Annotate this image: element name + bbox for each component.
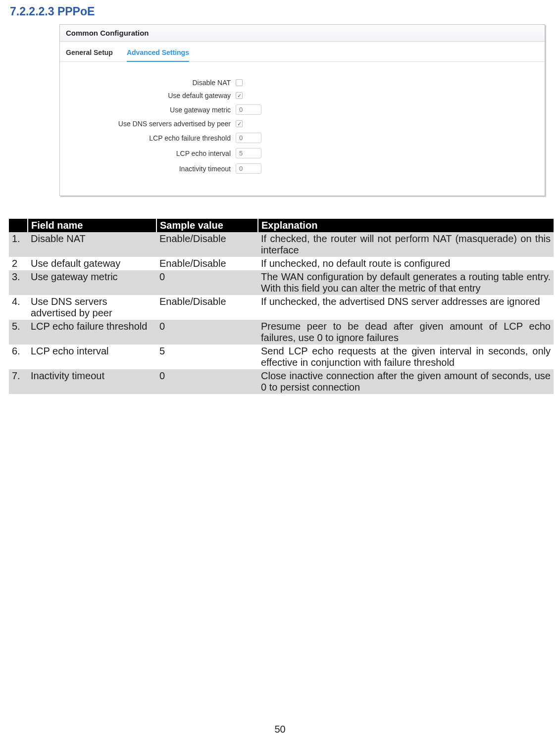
form-row: Use gateway metric0 <box>70 104 535 115</box>
table-cell-val: Enable/Disable <box>156 232 258 257</box>
table-cell-name: LCP echo failure threshold <box>28 320 156 345</box>
text-input[interactable]: 0 <box>236 163 261 174</box>
form-row: Use default gateway✓ <box>70 92 535 99</box>
tab-bar: General Setup Advanced Settings <box>60 42 545 62</box>
table-cell-val: 0 <box>156 270 258 295</box>
table-cell-exp: If unchecked, the advertised DNS server … <box>258 295 554 320</box>
text-input[interactable]: 0 <box>236 104 261 115</box>
form-label: Use default gateway <box>70 92 231 99</box>
table-row: 5.LCP echo failure threshold0Presume pee… <box>9 320 554 345</box>
checkbox-input[interactable] <box>236 79 243 86</box>
checkbox-input[interactable]: ✓ <box>236 92 243 99</box>
table-cell-num: 6. <box>9 345 28 369</box>
table-cell-name: Use DNS servers advertised by peer <box>28 295 156 320</box>
table-cell-num: 2 <box>9 257 28 270</box>
table-cell-val: Enable/Disable <box>156 295 258 320</box>
text-input[interactable]: 0 <box>236 133 261 143</box>
config-screenshot: Common Configuration General Setup Advan… <box>59 24 545 196</box>
table-cell-num: 1. <box>9 232 28 257</box>
table-header-exp: Explanation <box>258 219 554 232</box>
table-cell-name: LCP echo interval <box>28 345 156 369</box>
form-label: Inactivity timeout <box>70 165 231 173</box>
table-cell-exp: Send LCP echo requests at the given inte… <box>258 345 554 369</box>
table-row: 3.Use gateway metric0The WAN configurati… <box>9 270 554 295</box>
table-cell-num: 7. <box>9 369 28 394</box>
checkbox-input[interactable]: ✓ <box>236 120 243 127</box>
check-icon: ✓ <box>237 121 242 127</box>
form-label: LCP echo failure threshold <box>70 134 231 142</box>
table-cell-name: Disable NAT <box>28 232 156 257</box>
form-label: Use DNS servers advertised by peer <box>70 120 231 128</box>
section-heading: 7.2.2.2.3 PPPoE <box>10 5 555 18</box>
page-number: 50 <box>0 724 560 735</box>
form-row: Use DNS servers advertised by peer✓ <box>70 120 535 128</box>
table-row: 1.Disable NATEnable/DisableIf checked, t… <box>9 232 554 257</box>
check-icon: ✓ <box>237 93 242 99</box>
table-cell-exp: If checked, the router will not perform … <box>258 232 554 257</box>
table-header-name: Field name <box>28 219 156 232</box>
form-label: Disable NAT <box>70 79 231 87</box>
form-label: LCP echo interval <box>70 149 231 157</box>
form-row: Disable NAT <box>70 79 535 87</box>
table-cell-num: 5. <box>9 320 28 345</box>
table-row: 2Use default gatewayEnable/DisableIf unc… <box>9 257 554 270</box>
table-cell-exp: Close inactive connection after the give… <box>258 369 554 394</box>
form-row: LCP echo interval5 <box>70 148 535 158</box>
table-cell-val: Enable/Disable <box>156 257 258 270</box>
table-row: 6.LCP echo interval5Send LCP echo reques… <box>9 345 554 369</box>
text-input[interactable]: 5 <box>236 148 261 158</box>
table-row: 4.Use DNS servers advertised by peerEnab… <box>9 295 554 320</box>
field-description-table: Field name Sample value Explanation 1.Di… <box>9 219 554 394</box>
table-header-val: Sample value <box>156 219 258 232</box>
table-row: 7.Inactivity timeout0Close inactive conn… <box>9 369 554 394</box>
table-header-num <box>9 219 28 232</box>
table-cell-val: 0 <box>156 320 258 345</box>
table-cell-val: 5 <box>156 345 258 369</box>
table-cell-name: Use gateway metric <box>28 270 156 295</box>
tab-general-setup[interactable]: General Setup <box>66 46 113 61</box>
form-label: Use gateway metric <box>70 106 231 114</box>
table-cell-num: 4. <box>9 295 28 320</box>
table-cell-num: 3. <box>9 270 28 295</box>
table-header-row: Field name Sample value Explanation <box>9 219 554 232</box>
table-cell-exp: If unchecked, no default route is config… <box>258 257 554 270</box>
form-row: LCP echo failure threshold0 <box>70 133 535 143</box>
form-row: Inactivity timeout0 <box>70 163 535 174</box>
table-cell-val: 0 <box>156 369 258 394</box>
table-cell-name: Inactivity timeout <box>28 369 156 394</box>
tab-advanced-settings[interactable]: Advanced Settings <box>127 46 189 61</box>
config-panel: Common Configuration General Setup Advan… <box>59 24 545 196</box>
table-cell-exp: The WAN configuration by default generat… <box>258 270 554 295</box>
table-cell-name: Use default gateway <box>28 257 156 270</box>
form-area: Disable NATUse default gateway✓Use gatew… <box>60 62 545 196</box>
table-cell-exp: Presume peer to be dead after given amou… <box>258 320 554 345</box>
panel-title: Common Configuration <box>60 25 545 42</box>
